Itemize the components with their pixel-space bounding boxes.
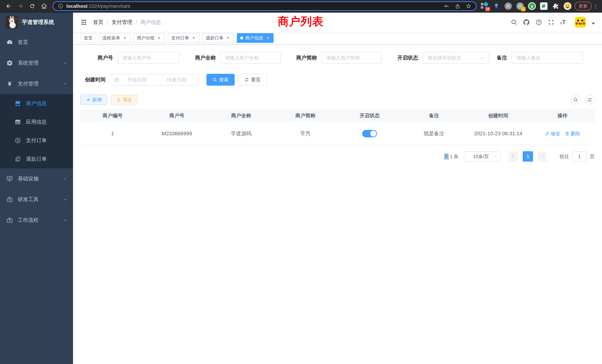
pagination-total: 共 1 条 [444,153,459,160]
browser-menu-icon[interactable]: ⋮ [593,3,598,9]
trash-icon [565,131,570,136]
extension-blocks-icon[interactable]: 10 [480,2,489,10]
page-size-select[interactable]: 10条/页 [464,151,501,162]
edit-label: 修改 [551,130,560,137]
search-button[interactable]: 搜索 [206,74,235,86]
close-icon[interactable]: × [122,36,127,40]
delete-link[interactable]: 删除 [565,130,580,137]
field-label: 商户简称 [284,52,321,64]
sidebar-item-label: 系统管理 [18,60,39,66]
sidebar-item-label: 工作流程 [18,217,39,224]
plus-icon [86,97,90,102]
column-header: 商户号 [145,109,209,122]
sidebar-item-dev-tools[interactable]: 研发工具 [0,189,73,210]
reset-button[interactable]: 重置 [238,74,267,86]
end-date-placeholder[interactable]: 结束日期 [159,76,194,83]
breadcrumb-home[interactable]: 首页 [93,19,103,26]
merchant-no-input[interactable] [118,52,179,64]
table-row: 1 M233666999 芋道源码 芋艿 我是备注 2021-10-23 08:… [80,122,595,145]
start-date-placeholder[interactable]: 开始日期 [119,76,155,83]
extension-y-icon[interactable]: y [528,2,536,10]
breadcrumb-payment[interactable]: 支付管理 [112,19,132,26]
top-navbar: 首页 / 支付管理 / 商户信息 商户列表 [73,13,602,32]
sidebar-collapse-icon[interactable] [80,19,87,26]
export-button-label: 导出 [123,97,132,103]
close-icon[interactable]: × [191,36,196,40]
close-icon[interactable]: × [157,36,162,40]
search-icon[interactable] [511,19,517,26]
sidebar-item-pay-order[interactable]: 支付订单 [0,131,73,150]
tab-label: 退款订单 [206,35,224,41]
refresh-table-icon[interactable] [585,95,595,105]
tab-merchant-info[interactable]: 商户信息 × [237,33,274,43]
tab-user-group[interactable]: 用户分组 × [133,33,165,43]
fullscreen-icon[interactable] [548,19,554,26]
github-icon[interactable] [523,19,530,26]
address-bar[interactable]: localhost:1024/pay/merchant [53,1,477,11]
extension-badge: 1 [521,7,526,11]
forward-icon[interactable] [16,1,25,11]
close-icon[interactable]: × [226,36,231,40]
extension-row: 10 ⌘ 1 y [480,2,572,10]
page-number-1[interactable]: 1 [523,151,533,162]
help-icon[interactable] [536,19,542,26]
column-header: 商户编号 [80,109,145,122]
chevron-down-icon [493,154,497,159]
home-icon[interactable] [39,1,49,11]
sidebar-item-workflow[interactable]: 工作流程 [0,210,73,231]
sidebar-item-system[interactable]: 系统管理 [0,53,73,73]
tab-pay-order[interactable]: 支付订单 × [168,33,199,43]
extension-emoji-icon[interactable] [563,2,572,10]
sidebar-item-app-info[interactable]: 应用信息 [0,113,73,131]
column-header: 商户简称 [273,109,337,122]
sidebar-item-label: 支付管理 [18,80,39,87]
app-logo[interactable]: 芋道管理系统 [0,13,73,32]
extension-command-icon[interactable]: ⌘ [504,2,512,10]
export-button[interactable]: 导出 [111,95,138,105]
status-select[interactable]: 请选择开启状态 [423,52,489,64]
sidebar-item-infrastructure[interactable]: 基础设施 [0,168,73,189]
back-icon[interactable] [4,1,13,11]
close-icon[interactable]: × [265,36,270,40]
sidebar-item-label: 商户信息 [26,100,47,107]
password-key-icon[interactable] [444,3,450,9]
extension-gray-icon[interactable]: 1 [516,2,524,10]
extension-chat-icon[interactable] [540,2,548,10]
caret-down-icon[interactable] [591,22,595,25]
sidebar-item-payment[interactable]: ¥ 支付管理 [0,73,73,94]
shop-icon [14,100,21,107]
browser-update-button[interactable]: 更新 [575,2,592,11]
date-range-picker[interactable]: 开始日期 - 结束日期 [110,74,198,86]
remark-input[interactable] [512,52,583,64]
goto-page-input[interactable] [572,151,587,162]
sidebar-item-home[interactable]: 首页 [0,32,73,53]
sidebar-item-refund-order[interactable]: 退款订单 [0,150,73,168]
extension-gem-icon[interactable] [492,2,500,10]
yen-icon: ¥ [6,80,13,87]
share-icon[interactable] [455,3,460,9]
full-name-input[interactable] [220,52,281,64]
reload-icon[interactable] [27,1,37,11]
cell-full-name: 芋道源码 [209,122,273,145]
tab-process-form[interactable]: 流程表单 × [99,33,130,43]
merchant-table: 商户编号 商户号 商户全称 商户简称 开启状态 备注 创建时间 操作 1 M23… [80,109,595,145]
bookmark-star-icon[interactable] [466,3,472,9]
prev-page-icon[interactable] [509,151,518,162]
avatar[interactable] [575,17,586,28]
add-button[interactable]: 新增 [80,95,107,105]
page-size-value: 10条/页 [469,153,493,160]
goto-suffix: 页 [590,153,595,160]
sidebar-item-merchant-info[interactable]: 商户信息 [0,94,73,113]
short-name-input[interactable] [321,52,382,64]
field-label: 商户全称 [183,52,220,64]
tab-refund-order[interactable]: 退款订单 × [202,33,234,43]
show-search-icon[interactable] [571,95,580,105]
site-info-icon[interactable] [58,3,63,9]
extensions-puzzle-icon[interactable] [552,2,560,10]
field-label: 备注 [492,52,512,64]
status-toggle[interactable] [362,130,377,137]
edit-link[interactable]: 修改 [545,130,560,137]
tab-home[interactable]: 首页 [80,33,96,43]
font-size-icon[interactable]: TT [560,19,566,25]
next-page-icon[interactable] [538,151,547,162]
